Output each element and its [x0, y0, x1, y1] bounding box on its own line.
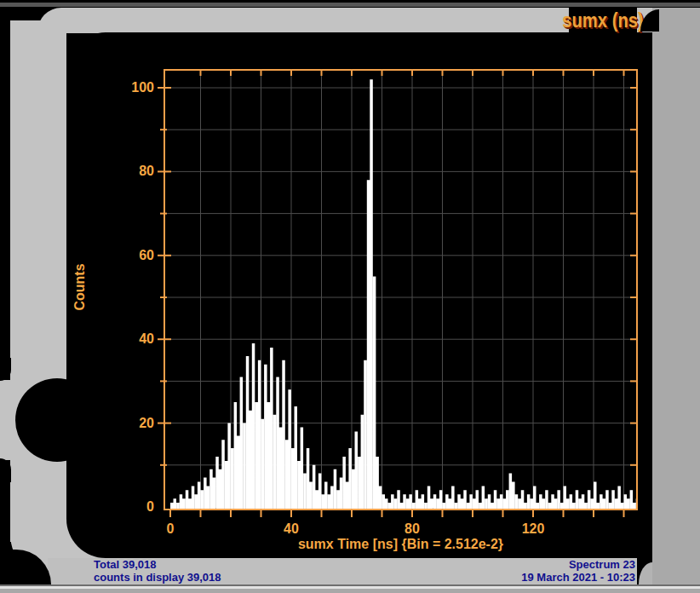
x-tick-label: 120 — [522, 521, 545, 536]
y-tick-label: 60 — [139, 248, 154, 262]
status-in-display: counts in display 39,018 — [94, 571, 221, 584]
histogram-bars — [170, 79, 636, 509]
y-tick-label: 80 — [139, 164, 154, 178]
status-datetime: 19 March 2021 - 10:23 — [380, 571, 635, 584]
status-total: Total 39,018 — [94, 558, 221, 571]
frame-left-band — [10, 20, 66, 542]
x-axis-title: sumx Time [ns] {Bin = 2.512e-2} — [164, 537, 637, 552]
window-bottom-edge — [0, 589, 700, 593]
y-tick-label: 40 — [139, 331, 154, 346]
app-window: { "window": { "title": "sumx (ns)" }, "s… — [0, 0, 700, 593]
y-tick-label: 100 — [131, 80, 154, 95]
y-axis-title: Counts — [72, 245, 89, 330]
window-title: sumx (ns) — [562, 9, 644, 32]
spectrum-plot[interactable]: 02040608010004080120 — [66, 32, 652, 559]
frame-right-column — [652, 8, 700, 584]
y-tick-label: 20 — [139, 416, 154, 430]
x-tick-label: 0 — [167, 521, 175, 536]
status-spectrum-name: Spectrum 23 — [380, 558, 635, 571]
window-title-tab: sumx (ns) — [569, 7, 637, 34]
y-tick-label: 0 — [146, 499, 154, 514]
status-counts-block: Total 39,018 counts in display 39,018 — [94, 558, 221, 584]
x-tick-label: 80 — [405, 521, 420, 536]
x-tick-label: 40 — [284, 521, 299, 536]
status-spectrum-block: Spectrum 23 19 March 2021 - 10:23 — [380, 558, 635, 584]
